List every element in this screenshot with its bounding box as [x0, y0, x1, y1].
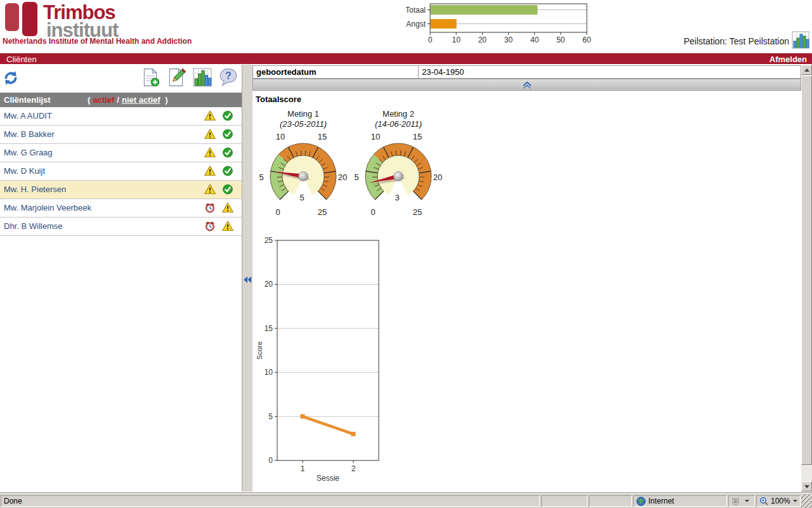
arrow-down-icon [804, 485, 809, 488]
collapse-details-bar[interactable] [252, 79, 801, 91]
resize-grip[interactable] [801, 494, 812, 508]
client-name: Mw. A AUDIT [4, 111, 52, 120]
gauge-meting-2: Meting 2 (14-06-2011) 05101520253 [351, 109, 446, 223]
statistics-icon[interactable] [792, 31, 809, 49]
client-row[interactable]: Mw. H. Pietersen [0, 181, 242, 199]
svg-text:10: 10 [276, 132, 285, 141]
svg-text:3: 3 [395, 193, 399, 202]
birthdate-label: geboortedatum [253, 66, 419, 78]
status-bar: Done Internet [0, 493, 812, 508]
filter-inactive-link[interactable]: niet actief [122, 95, 160, 105]
gauge-title: Meting 1 [256, 109, 351, 119]
shield-icon [731, 497, 740, 505]
scrollbar-thumb[interactable] [801, 75, 812, 465]
gauge-title: Meting 2 [351, 109, 446, 119]
help-icon[interactable]: ? [219, 68, 238, 87]
refresh-icon[interactable] [3, 70, 19, 86]
client-name: Mw. H. Pietersen [4, 185, 66, 194]
svg-text:5: 5 [268, 412, 273, 421]
client-row[interactable]: Mw. D Kuijt [0, 162, 242, 181]
svg-text:Sessie: Sessie [317, 474, 339, 483]
birthdate-value: 23-04-1950 [419, 66, 464, 78]
svg-text:20: 20 [338, 173, 347, 182]
client-row[interactable]: Mw. Marjolein Veerbeek [0, 199, 242, 218]
check-icon [222, 147, 233, 158]
paren: ( [88, 95, 90, 105]
statistics-icon[interactable] [193, 68, 212, 87]
logo-tagline: Netherlands Institute of Mental Health a… [3, 37, 192, 46]
svg-text:30: 30 [504, 36, 513, 44]
application-window: Trimbos instituut Netherlands Institute … [0, 0, 812, 508]
gauge-date: (14-06-2011) [351, 119, 446, 129]
scroll-down-button[interactable] [801, 481, 812, 492]
logout-link[interactable]: Afmelden [769, 55, 807, 64]
logo-mark [5, 3, 19, 31]
client-name: Mw. D Kuijt [4, 166, 45, 176]
warning-icon [204, 184, 216, 195]
filter-active-link[interactable]: actief [93, 95, 114, 105]
svg-text:10: 10 [265, 368, 273, 377]
status-text: Done [1, 495, 540, 507]
sidebar-splitter [242, 65, 252, 492]
protected-mode-button[interactable] [728, 495, 755, 507]
section-title: Totaalscore [256, 94, 301, 104]
warning-icon [222, 221, 233, 231]
client-list-header: Cliëntenlijst (actief/niet actief ) [0, 93, 242, 107]
client-name: Mw. Marjolein Veerbeek [4, 203, 91, 212]
score-line-chart: 051015202512ScoreSessie [252, 236, 402, 490]
status-cell [541, 495, 587, 507]
status-cell [589, 495, 632, 507]
detail-row: geboortedatum 23-04-1950 [252, 65, 801, 79]
warning-icon [204, 166, 216, 176]
client-name: Mw. G Graag [4, 148, 53, 157]
gauge-chart: 05101520253 [351, 129, 446, 221]
client-row[interactable]: Mw. B Bakker [0, 126, 242, 144]
svg-text:0: 0 [370, 207, 375, 217]
svg-text:0: 0 [268, 456, 273, 465]
separator: / [117, 95, 119, 105]
client-list-title: Cliëntenlijst [4, 93, 51, 107]
edit-client-icon[interactable] [167, 68, 186, 87]
arrow-up-icon [804, 68, 809, 72]
client-row[interactable]: Mw. A AUDIT [0, 107, 242, 126]
caret-down-icon [745, 500, 749, 502]
svg-text:15: 15 [318, 132, 327, 141]
svg-text:60: 60 [582, 36, 591, 44]
sidebar-toolbar: ? [0, 65, 242, 93]
check-icon [222, 129, 233, 140]
paren: ) [165, 95, 167, 105]
caret-down-icon [793, 500, 797, 502]
svg-text:?: ? [225, 70, 232, 81]
svg-text:50: 50 [556, 36, 565, 44]
gauge-meting-1: Meting 1 (23-05-2011) 05101520255 [256, 109, 351, 223]
svg-text:0: 0 [428, 36, 433, 44]
client-list: Mw. A AUDIT Mw. B Bakker Mw. G Graag Mw.… [0, 107, 242, 236]
zone-label: Internet [648, 497, 674, 505]
magnifier-icon [759, 497, 768, 505]
add-client-icon[interactable] [141, 68, 160, 87]
svg-text:Totaal: Totaal [406, 6, 426, 15]
svg-text:2: 2 [351, 464, 356, 473]
warning-icon [204, 129, 216, 140]
alarm-clock-icon [204, 221, 216, 231]
globe-icon [636, 497, 646, 506]
totals-bar-chart: TotaalAngst0102030405060 [406, 1, 596, 49]
client-row[interactable]: Mw. G Graag [0, 144, 242, 162]
vertical-scrollbar[interactable] [801, 65, 812, 492]
menu-item-clienten[interactable]: Cliënten [6, 55, 37, 64]
svg-text:0: 0 [275, 207, 280, 217]
svg-text:25: 25 [318, 207, 327, 217]
zoom-control[interactable]: 100% [756, 495, 801, 507]
scroll-up-button[interactable] [801, 65, 812, 75]
svg-text:15: 15 [413, 132, 422, 141]
warning-icon [204, 110, 216, 121]
svg-text:5: 5 [299, 193, 304, 202]
gauge-chart: 05101520255 [256, 129, 351, 221]
client-name: Mw. B Bakker [4, 129, 54, 139]
collapse-sidebar-icon[interactable] [243, 274, 252, 285]
zoom-level: 100% [771, 497, 790, 505]
svg-text:Angst: Angst [406, 20, 426, 29]
collapse-up-icon [522, 81, 532, 89]
check-icon [222, 184, 233, 195]
client-row[interactable]: Dhr. B Willemse [0, 218, 242, 236]
